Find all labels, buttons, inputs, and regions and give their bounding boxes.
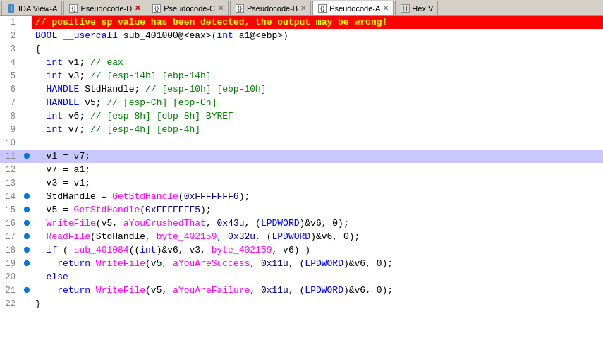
breakpoint-col[interactable] (21, 203, 32, 217)
tab-icon-pseudocode-c: {} (152, 4, 162, 13)
code-row[interactable]: 20 else (0, 270, 603, 284)
code-row[interactable]: 22} (0, 297, 603, 310)
dot-indicator (24, 207, 30, 212)
tab-bar: IIDA View-A{}Pseudocode-D✕{}Pseudocode-C… (0, 0, 603, 16)
tab-close-pseudocode-b[interactable]: ✕ (300, 4, 306, 12)
breakpoint-col[interactable] (21, 69, 32, 83)
code-row[interactable]: 6 HANDLE StdHandle; // [esp-10h] [ebp-10… (0, 83, 603, 96)
code-text: HANDLE StdHandle; // [esp-10h] [ebp-10h] (32, 83, 603, 96)
breakpoint-col[interactable] (21, 163, 32, 176)
line-number: 16 (0, 217, 21, 230)
line-number: 3 (0, 42, 21, 56)
line-number: 10 (0, 136, 21, 150)
code-row[interactable]: 18 if ( sub_401084((int)&v6, v3, byte_40… (0, 243, 603, 257)
line-number: 15 (0, 203, 21, 217)
code-row[interactable]: 9 int v7; // [esp-4h] [ebp-4h] (0, 123, 603, 136)
code-text (32, 136, 603, 150)
breakpoint-col[interactable] (21, 243, 32, 257)
tab-close-pseudocode-a[interactable]: ✕ (383, 4, 389, 12)
breakpoint-col[interactable] (21, 136, 32, 150)
code-row[interactable]: 3{ (0, 42, 603, 56)
code-row[interactable]: 5 int v3; // [esp-14h] [ebp-14h] (0, 69, 603, 83)
breakpoint-col[interactable] (21, 270, 32, 284)
code-row[interactable]: 19 return WriteFile(v5, aYouAreSuccess, … (0, 257, 603, 270)
code-text: return WriteFile(v5, aYouAreSuccess, 0x1… (32, 257, 603, 270)
dot-indicator (24, 287, 30, 293)
code-row[interactable]: 11 v1 = v7; (0, 150, 603, 163)
code-text: ReadFile(StdHandle, byte_402159, 0x32u, … (32, 230, 603, 243)
tab-close-pseudocode-d[interactable]: ✕ (135, 4, 140, 12)
tab-close-pseudocode-c[interactable]: ✕ (218, 4, 224, 12)
code-text: int v6; // [esp-8h] [ebp-8h] BYREF (32, 109, 603, 123)
line-number: 4 (0, 56, 21, 69)
breakpoint-col[interactable] (21, 109, 32, 123)
dot-indicator (24, 247, 30, 253)
breakpoint-col[interactable] (21, 56, 32, 69)
line-number: 9 (0, 123, 21, 136)
breakpoint-col[interactable] (21, 257, 32, 270)
breakpoint-col[interactable] (21, 217, 32, 230)
tab-hex-v[interactable]: HHex V (395, 1, 438, 15)
breakpoint-col[interactable] (21, 29, 32, 42)
code-text: v5 = GetStdHandle(0xFFFFFFF5); (32, 203, 603, 217)
breakpoint-col[interactable] (21, 297, 32, 310)
tab-pseudocode-d[interactable]: {}Pseudocode-D✕ (63, 1, 145, 15)
code-text: { (32, 42, 603, 56)
code-row[interactable]: 2BOOL __usercall sub_401000@<eax>(int a1… (0, 29, 603, 42)
code-text: HANDLE v5; // [esp-Ch] [ebp-Ch] (32, 96, 603, 109)
line-number: 17 (0, 230, 21, 243)
code-row[interactable]: 14 StdHandle = GetStdHandle(0xFFFFFFF6); (0, 190, 603, 203)
line-number: 13 (0, 176, 21, 190)
breakpoint-col[interactable] (21, 96, 32, 109)
code-area: 1// positive sp value has been detected,… (0, 16, 603, 364)
code-text: BOOL __usercall sub_401000@<eax>(int a1@… (32, 29, 603, 42)
dot-indicator (24, 233, 30, 239)
code-text: else (32, 270, 603, 284)
line-number: 1 (0, 16, 21, 29)
tab-pseudocode-a[interactable]: {}Pseudocode-A✕ (312, 1, 394, 15)
line-number: 2 (0, 29, 21, 42)
tab-pseudocode-b[interactable]: {}Pseudocode-B✕ (230, 1, 311, 15)
tab-label-pseudocode-c: Pseudocode-C (164, 4, 215, 13)
code-row[interactable]: 1// positive sp value has been detected,… (0, 16, 603, 29)
tab-label-hex-v: Hex V (412, 4, 433, 13)
code-row[interactable]: 21 return WriteFile(v5, aYouAreFailure, … (0, 284, 603, 297)
code-text: } (32, 297, 603, 310)
code-row[interactable]: 16 WriteFile(v5, aYouCrushedThat, 0x43u,… (0, 217, 603, 230)
code-row[interactable]: 7 HANDLE v5; // [esp-Ch] [ebp-Ch] (0, 96, 603, 109)
code-row[interactable]: 10 (0, 136, 603, 150)
tab-icon-pseudocode-b: {} (235, 4, 245, 13)
breakpoint-col[interactable] (21, 16, 32, 29)
line-number: 19 (0, 257, 21, 270)
breakpoint-col[interactable] (21, 230, 32, 243)
code-text: return WriteFile(v5, aYouAreFailure, 0x1… (32, 284, 603, 297)
dot-indicator (24, 220, 30, 226)
tab-icon-pseudocode-a: {} (317, 4, 327, 13)
tab-ida-view-a[interactable]: IIDA View-A (1, 1, 62, 15)
tab-pseudocode-c[interactable]: {}Pseudocode-C✕ (147, 1, 229, 15)
code-row[interactable]: 8 int v6; // [esp-8h] [ebp-8h] BYREF (0, 109, 603, 123)
breakpoint-col[interactable] (21, 150, 32, 163)
code-row[interactable]: 12 v7 = a1; (0, 163, 603, 176)
breakpoint-col[interactable] (21, 83, 32, 96)
code-text: v1 = v7; (32, 150, 603, 163)
code-text: v7 = a1; (32, 163, 603, 176)
code-text: int v1; // eax (32, 56, 603, 69)
code-row[interactable]: 4 int v1; // eax (0, 56, 603, 69)
line-number: 11 (0, 150, 21, 163)
breakpoint-col[interactable] (21, 176, 32, 190)
line-number: 14 (0, 190, 21, 203)
code-row[interactable]: 17 ReadFile(StdHandle, byte_402159, 0x32… (0, 230, 603, 243)
breakpoint-col[interactable] (21, 123, 32, 136)
code-text: v3 = v1; (32, 176, 603, 190)
code-row[interactable]: 13 v3 = v1; (0, 176, 603, 190)
line-number: 12 (0, 163, 21, 176)
line-number: 7 (0, 96, 21, 109)
line-number: 22 (0, 297, 21, 310)
breakpoint-col[interactable] (21, 42, 32, 56)
breakpoint-col[interactable] (21, 190, 32, 203)
tab-icon-ida-view-a: I (6, 4, 16, 13)
breakpoint-col[interactable] (21, 284, 32, 297)
code-row[interactable]: 15 v5 = GetStdHandle(0xFFFFFFF5); (0, 203, 603, 217)
line-number: 21 (0, 284, 21, 297)
